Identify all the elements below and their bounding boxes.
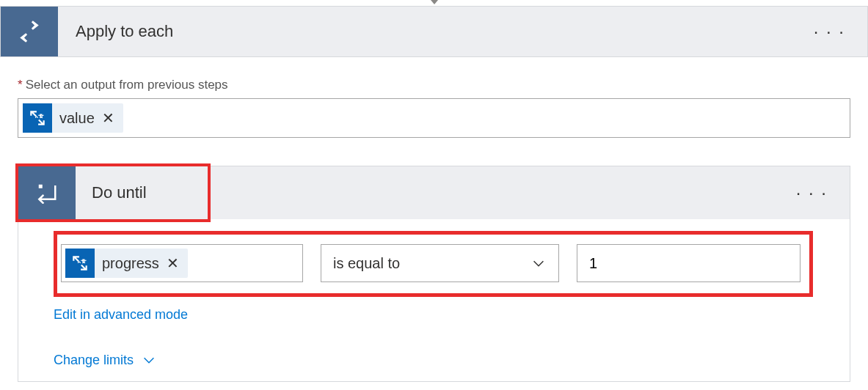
translate-icon [23, 103, 52, 133]
token-label: value [59, 110, 95, 127]
output-field-label: *Select an output from previous steps [18, 78, 850, 92]
condition-row: progress ✕ is equal to [54, 237, 832, 290]
operator-label: is equal to [333, 255, 400, 272]
translate-icon [65, 249, 95, 278]
svg-rect-1 [39, 185, 43, 188]
apply-to-each-title: Apply to each [58, 22, 173, 41]
condition-operator-select[interactable]: is equal to [321, 244, 559, 282]
remove-token-icon[interactable]: ✕ [102, 109, 114, 127]
svg-marker-0 [427, 0, 442, 4]
output-token-field[interactable]: value ✕ [18, 98, 850, 138]
connector-arrow [0, 0, 868, 6]
change-limits-link[interactable]: Change limits [54, 352, 157, 368]
apply-to-each-body: *Select an output from previous steps va… [0, 57, 868, 389]
more-icon[interactable]: · · · [814, 23, 845, 40]
token-label: progress [102, 255, 159, 272]
condition-left-field[interactable]: progress ✕ [61, 244, 303, 282]
loop-icon [1, 7, 58, 56]
do-until-icon [18, 166, 76, 219]
condition-value-input[interactable] [589, 255, 788, 272]
chevron-down-icon [141, 352, 157, 368]
remove-token-icon[interactable]: ✕ [167, 254, 179, 272]
edit-advanced-link[interactable]: Edit in advanced mode [54, 307, 188, 323]
value-token[interactable]: value ✕ [23, 103, 123, 133]
chevron-down-icon [530, 255, 547, 271]
progress-token[interactable]: progress ✕ [65, 249, 188, 278]
apply-to-each-header[interactable]: Apply to each · · · [0, 6, 868, 57]
do-until-card: Do until · · · progress ✕ is equal to [18, 166, 850, 382]
condition-right-field[interactable] [577, 244, 800, 282]
more-icon[interactable]: · · · [796, 184, 828, 202]
do-until-body: progress ✕ is equal to Edit in advanced … [18, 219, 850, 381]
do-until-header[interactable]: Do until · · · [18, 166, 850, 219]
do-until-title: Do until [76, 183, 147, 202]
